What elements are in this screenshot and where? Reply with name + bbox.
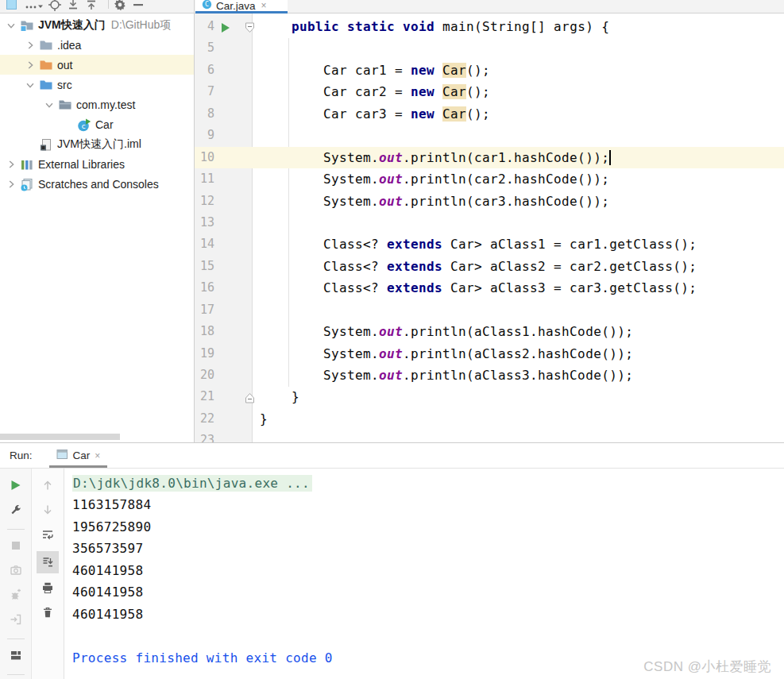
soft-wrap-icon[interactable] [37, 527, 58, 542]
code-line[interactable]: 19 System.out.println(aClass2.hashCode()… [195, 343, 784, 365]
run-tab-close-icon[interactable]: × [95, 450, 100, 461]
chevron-right-icon[interactable] [5, 158, 17, 171]
gutter-cell[interactable]: 17 [195, 299, 252, 321]
chevron-right-icon[interactable] [24, 59, 37, 71]
locate-icon[interactable] [48, 0, 61, 11]
code-token: .println(car1.hashCode()); [403, 150, 609, 165]
more-options-icon[interactable] [24, 0, 43, 11]
chevron-down-icon[interactable] [24, 79, 37, 91]
gutter-cell[interactable]: 10 [195, 147, 252, 168]
expand-down-icon[interactable] [67, 0, 79, 11]
tree-item[interactable]: .idea [0, 35, 194, 55]
gutter-cell[interactable]: 21 [195, 386, 252, 407]
settings-gear-icon[interactable] [114, 0, 126, 11]
code-token: System. [260, 324, 379, 339]
code-line[interactable]: 11 System.out.println(car2.hashCode()); [195, 168, 784, 190]
code-line[interactable]: 9 [195, 125, 784, 146]
edit-configuration-icon[interactable] [6, 502, 26, 517]
watermark: CSDN @小杜爱睡觉 [643, 658, 771, 676]
tree-item-label: .idea [57, 39, 81, 52]
code-line[interactable]: 20 System.out.println(aClass3.hashCode()… [195, 365, 784, 386]
down-icon [37, 502, 58, 517]
code-line[interactable]: 16 Class<? extends Car> aClass3 = car3.g… [195, 277, 784, 299]
tree-item[interactable]: out [0, 55, 194, 75]
console-line [72, 625, 784, 646]
gutter-cell[interactable]: 5 [195, 37, 252, 59]
code-line[interactable]: 15 Class<? extends Car> aClass2 = car2.g… [195, 256, 784, 277]
fold-start-icon[interactable] [245, 21, 255, 37]
rerun-icon[interactable] [6, 477, 26, 492]
tab-close-icon[interactable]: × [261, 0, 267, 11]
gutter-cell[interactable]: 6 [195, 60, 252, 81]
line-number: 23 [200, 430, 214, 442]
code-line[interactable]: 8 Car car3 = new Car(); [195, 103, 784, 125]
code-token: new [411, 63, 434, 78]
run-header: Run: Car × [0, 443, 784, 469]
console-line[interactable]: D:\jdk\jdk8.0\bin\java.exe ... [72, 473, 784, 494]
code-token: System. [260, 194, 379, 209]
gutter-cell[interactable]: 12 [195, 191, 252, 212]
code-token: extends [387, 259, 442, 274]
gutter-cell[interactable]: 16 [195, 277, 252, 299]
hide-panel-icon[interactable] [132, 0, 145, 11]
gutter-cell[interactable]: 13 [195, 212, 252, 233]
folder-icon [39, 38, 53, 52]
code-line[interactable]: 17 [195, 299, 784, 321]
run-line-icon[interactable] [221, 21, 230, 37]
gutter-cell[interactable]: 18 [195, 321, 252, 342]
code-line[interactable]: 14 Class<? extends Car> aClass1 = car1.g… [195, 233, 784, 255]
chevron-down-icon[interactable] [43, 98, 56, 111]
chevron-right-icon[interactable] [5, 178, 17, 191]
clear-icon[interactable] [37, 604, 58, 619]
fold-end-icon[interactable] [245, 392, 255, 407]
gutter-cell[interactable]: 15 [195, 256, 252, 277]
gutter-cell[interactable]: 11 [195, 168, 252, 190]
code-line[interactable]: 4 public static void main(String[] args)… [195, 16, 784, 37]
gutter-cell[interactable]: 19 [195, 343, 252, 365]
gutter-cell[interactable]: 22 [195, 408, 252, 430]
run-tab-label: Car [73, 449, 91, 461]
gutter-cell[interactable]: 14 [195, 233, 252, 255]
chevron-right-icon[interactable] [24, 39, 37, 52]
layout-icon[interactable] [6, 647, 26, 662]
code-line[interactable]: 18 System.out.println(aClass1.hashCode()… [195, 321, 784, 342]
code-line[interactable]: 7 Car car2 = new Car(); [195, 81, 784, 102]
tree-item[interactable]: src [0, 75, 194, 95]
code-token: System. [260, 346, 379, 361]
tree-item[interactable]: JVM快速入门D:\GitHub项 [0, 15, 194, 35]
code-line[interactable]: 13 [195, 212, 784, 233]
tree-item[interactable]: External Libraries [0, 155, 194, 175]
project-view-square-icon[interactable] [6, 0, 18, 11]
code-line[interactable]: 5 [195, 37, 784, 59]
code-line[interactable]: 10 System.out.println(car1.hashCode()); [195, 147, 784, 168]
tree-item-label: Car [95, 118, 114, 131]
gutter-cell[interactable]: 20 [195, 365, 252, 386]
chevron-down-icon[interactable] [5, 19, 17, 32]
print-icon[interactable] [37, 580, 58, 595]
code-line[interactable]: 22} [195, 408, 784, 430]
code-line[interactable]: 23 [195, 430, 784, 442]
code-line[interactable]: 12 System.out.println(car3.hashCode()); [195, 191, 784, 212]
tree-item[interactable]: cCar [0, 114, 194, 134]
run-tab-car[interactable]: Car × [49, 443, 108, 468]
tree-item[interactable]: Scratches and Consoles [0, 175, 194, 195]
gutter-cell[interactable]: 23 [195, 430, 252, 442]
code-token: } [260, 389, 299, 404]
scroll-to-end-icon[interactable] [37, 551, 59, 573]
project-horizontal-scrollbar[interactable] [0, 434, 120, 440]
folder-excluded-icon [39, 58, 53, 71]
tree-item[interactable]: JVM快速入门.iml [0, 135, 194, 155]
tab-car-java[interactable]: C Car.java × [195, 0, 288, 14]
console-line: 1163157884 [72, 494, 784, 515]
gutter-cell[interactable]: 8 [195, 103, 252, 125]
toolbar-divider [7, 674, 25, 675]
collapse-up-icon[interactable] [85, 0, 98, 11]
code-editor[interactable]: 4 public static void main(String[] args)… [195, 14, 784, 442]
gutter-cell[interactable]: 4 [195, 16, 252, 37]
gutter-cell[interactable]: 9 [195, 125, 252, 146]
gutter-cell[interactable]: 7 [195, 81, 252, 102]
code-text [252, 125, 784, 146]
tree-item[interactable]: com.my.test [0, 95, 194, 114]
code-line[interactable]: 21 } [195, 386, 784, 407]
code-line[interactable]: 6 Car car1 = new Car(); [195, 60, 784, 81]
